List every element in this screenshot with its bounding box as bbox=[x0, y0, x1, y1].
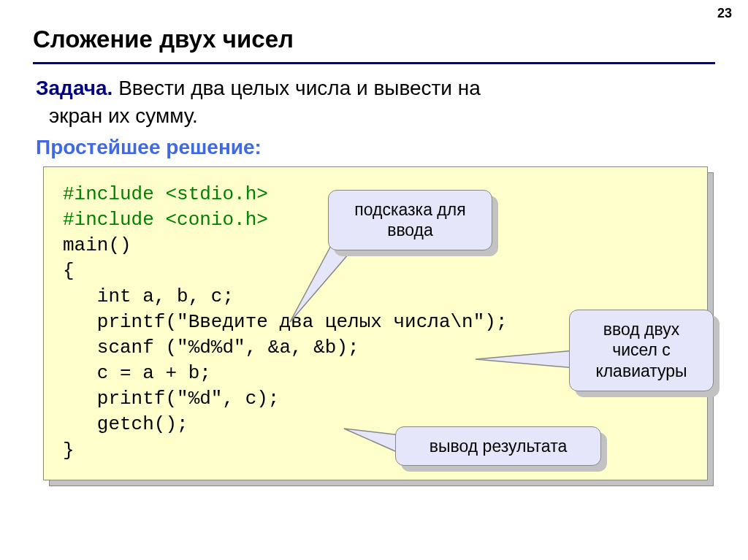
callout-1-line-1: подсказка для bbox=[345, 199, 476, 220]
code-area: #include <stdio.h> #include <conio.h> ma… bbox=[43, 166, 722, 480]
callout-1: подсказка для ввода bbox=[328, 190, 492, 251]
task-block: Задача. Ввести два целых числа и вывести… bbox=[33, 74, 715, 130]
callout-2-line-2: чисел с bbox=[586, 340, 697, 361]
task-text-2: экран их сумму. bbox=[36, 102, 715, 130]
code-line-4: { bbox=[63, 260, 75, 282]
callout-1-bubble: подсказка для ввода bbox=[328, 190, 492, 251]
code-line-11: } bbox=[63, 440, 75, 461]
code-line-8: c = a + b; bbox=[63, 362, 211, 384]
code-line-7: scanf ("%d%d", &a, &b); bbox=[63, 337, 359, 358]
callout-2-bubble: ввод двух чисел с клавиатуры bbox=[569, 310, 714, 391]
code-line-5: int a, b, c; bbox=[63, 285, 234, 307]
slide-title: Сложение двух чисел bbox=[33, 26, 715, 53]
callout-3-text: вывод результата bbox=[412, 436, 584, 457]
callout-2-line-1: ввод двух bbox=[586, 319, 697, 340]
callout-3-bubble: вывод результата bbox=[395, 426, 601, 467]
code-line-6: printf("Введите два целых числа\n"); bbox=[63, 311, 508, 333]
code-line-1: #include <stdio.h> bbox=[63, 183, 268, 205]
solution-heading: Простейшее решение: bbox=[33, 136, 715, 159]
callout-tail-2 bbox=[474, 350, 576, 372]
code-line-3: main() bbox=[63, 234, 131, 256]
slide-page: 23 Сложение двух чисел Задача. Ввести дв… bbox=[0, 0, 748, 560]
code-line-2: #include <conio.h> bbox=[63, 209, 268, 231]
code-line-9: printf("%d", c); bbox=[63, 388, 279, 410]
page-number: 23 bbox=[717, 6, 732, 21]
code-line-10: getch(); bbox=[63, 413, 188, 435]
task-label: Задача. bbox=[36, 77, 112, 99]
title-divider bbox=[33, 62, 715, 64]
callout-2-line-3: клавиатуры bbox=[586, 361, 697, 382]
callout-3: вывод результата bbox=[395, 426, 601, 467]
svg-marker-1 bbox=[476, 350, 575, 368]
task-text-1: Ввести два целых числа и вывести на bbox=[112, 77, 480, 99]
callout-2: ввод двух чисел с клавиатуры bbox=[569, 310, 714, 391]
callout-1-line-2: ввода bbox=[345, 220, 476, 241]
